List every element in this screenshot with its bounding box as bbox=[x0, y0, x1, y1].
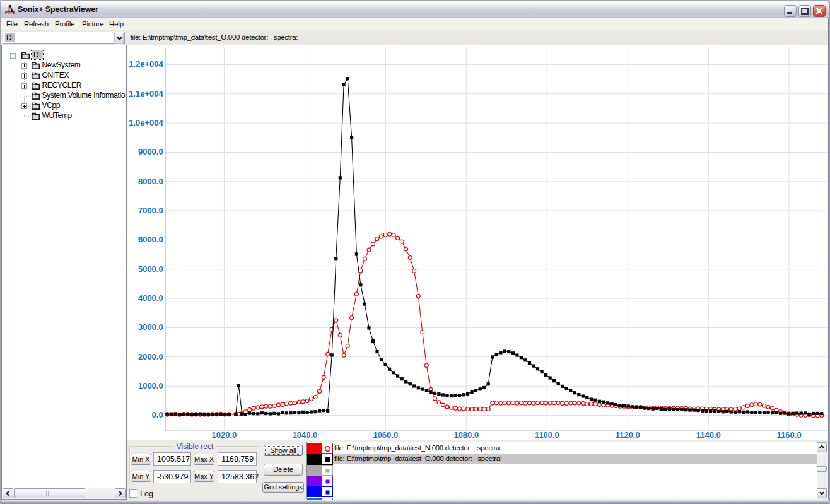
svg-text:5000.0: 5000.0 bbox=[138, 264, 163, 274]
svg-text:1040.0: 1040.0 bbox=[293, 430, 318, 440]
svg-text:0.0: 0.0 bbox=[152, 410, 163, 419]
svg-text:1140.0: 1140.0 bbox=[696, 430, 721, 440]
svg-text:1.0e+004: 1.0e+004 bbox=[129, 118, 163, 127]
svg-text:6000.0: 6000.0 bbox=[138, 235, 163, 244]
svg-text:1020.0: 1020.0 bbox=[212, 430, 237, 440]
svg-text:1100.0: 1100.0 bbox=[535, 430, 559, 440]
svg-text:8000.0: 8000.0 bbox=[138, 177, 163, 186]
svg-text:1080.0: 1080.0 bbox=[453, 430, 479, 440]
svg-text:2000.0: 2000.0 bbox=[138, 352, 163, 361]
svg-text:1.2e+004: 1.2e+004 bbox=[129, 59, 163, 69]
svg-text:1160.0: 1160.0 bbox=[777, 430, 802, 440]
svg-text:1.1e+004: 1.1e+004 bbox=[129, 89, 163, 98]
svg-text:1120.0: 1120.0 bbox=[616, 430, 640, 440]
svg-text:4000.0: 4000.0 bbox=[138, 293, 163, 303]
svg-text:7000.0: 7000.0 bbox=[138, 206, 163, 215]
svg-text:1060.0: 1060.0 bbox=[373, 430, 398, 440]
svg-text:9000.0: 9000.0 bbox=[138, 147, 163, 156]
svg-text:1000.0: 1000.0 bbox=[138, 381, 163, 390]
svg-text:3000.0: 3000.0 bbox=[138, 322, 163, 332]
